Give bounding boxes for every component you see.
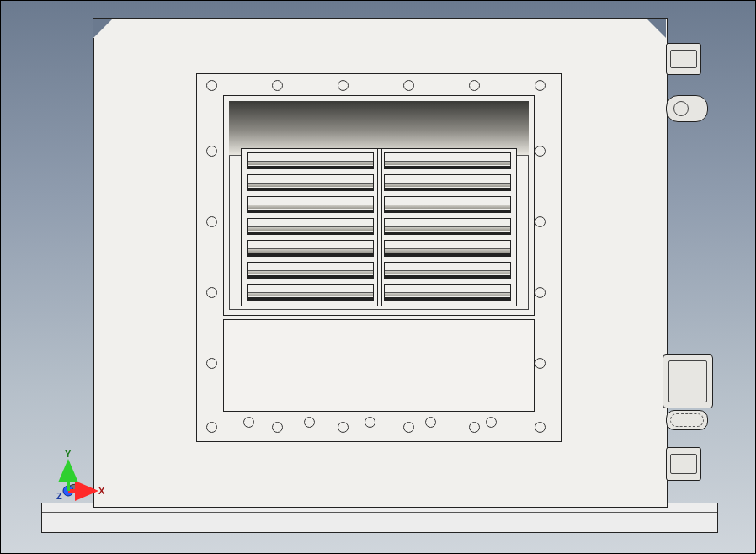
bolt-hole bbox=[403, 80, 414, 91]
bolt-hole bbox=[206, 287, 217, 298]
bolt-hole bbox=[535, 358, 546, 369]
bolt-hole bbox=[535, 422, 546, 433]
svg-point-0 bbox=[63, 486, 73, 496]
louver-slat bbox=[384, 284, 511, 301]
louver-assembly bbox=[241, 148, 517, 306]
bolt-hole bbox=[425, 417, 436, 428]
bolt-hole bbox=[206, 80, 217, 91]
louver-slat bbox=[247, 218, 374, 235]
louver-slat bbox=[247, 284, 374, 301]
bolt-hole bbox=[243, 417, 254, 428]
bolt-hole bbox=[403, 422, 414, 433]
bolt-hole bbox=[535, 216, 546, 227]
blank-panel bbox=[223, 319, 535, 412]
louver-slat bbox=[384, 262, 511, 279]
louver-column-left bbox=[242, 149, 379, 306]
bolt-hole bbox=[469, 422, 480, 433]
bolt-hole bbox=[338, 422, 349, 433]
louver-slat bbox=[247, 152, 374, 169]
bolt-hole bbox=[206, 216, 217, 227]
louver-slat bbox=[247, 262, 374, 279]
side-junction-box bbox=[663, 354, 713, 408]
louver-slat bbox=[384, 152, 511, 169]
axis-z-label: Z bbox=[56, 491, 62, 501]
bolt-hole bbox=[486, 417, 497, 428]
louver-slat bbox=[384, 196, 511, 213]
bolt-hole bbox=[535, 80, 546, 91]
bolt-hole bbox=[206, 146, 217, 157]
bolt-hole bbox=[535, 146, 546, 157]
bolt-hole bbox=[365, 417, 375, 428]
body-edge bbox=[93, 18, 666, 19]
bolt-hole bbox=[304, 417, 315, 428]
bolt-hole bbox=[272, 422, 283, 433]
bolt-hole bbox=[206, 358, 217, 369]
side-fan-cap bbox=[666, 410, 708, 430]
side-handle bbox=[666, 95, 708, 122]
bolt-hole bbox=[206, 422, 217, 433]
louver-slat bbox=[384, 240, 511, 257]
bolt-hole bbox=[469, 80, 480, 91]
louver-slat bbox=[247, 174, 374, 191]
front-opening bbox=[223, 95, 535, 316]
bolt-hole bbox=[272, 80, 283, 91]
louver-slat bbox=[384, 174, 511, 191]
louver-slat bbox=[247, 240, 374, 257]
louver-slat bbox=[247, 196, 374, 213]
louver-center-mullion bbox=[377, 149, 382, 306]
louver-slat bbox=[384, 218, 511, 235]
axis-y-label: Y bbox=[65, 449, 72, 459]
side-connector-top bbox=[666, 43, 701, 75]
cad-viewport[interactable]: X Y Z bbox=[1, 1, 755, 553]
bolt-hole bbox=[338, 80, 349, 91]
side-connector-bottom bbox=[666, 447, 701, 481]
louver-column-right bbox=[379, 149, 516, 306]
bolt-hole bbox=[535, 287, 546, 298]
